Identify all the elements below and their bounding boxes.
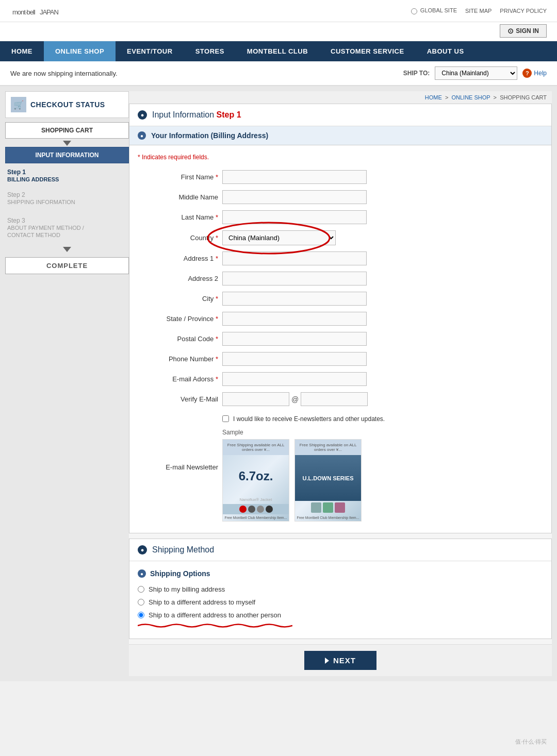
shipping-options-title: Shipping Options [150, 569, 210, 578]
verify-email-input-right[interactable] [301, 392, 368, 406]
breadcrumb-online-shop[interactable]: ONLINE SHOP [451, 94, 490, 100]
country-wrapper: China (Mainland) Japan United States Aus… [222, 230, 336, 245]
checkout-icon: 🛒 [11, 97, 26, 112]
shipping-dot: ● [138, 545, 147, 555]
site-map-link[interactable]: SITE MAP [465, 8, 492, 14]
nav-stores[interactable]: STORES [184, 41, 236, 61]
sidebar-divider-2 [5, 246, 129, 253]
shipping-radio-3[interactable] [138, 612, 144, 618]
first-name-label: First Name * [138, 167, 220, 187]
step-3-label: Step 3 ABOUT PAYMENT METHOD / CONTACT ME… [7, 214, 127, 242]
main-container: 🛒 CHECKOUT STATUS SHOPPING CART INPUT IN… [0, 86, 557, 681]
section-header: ● Input Information Step 1 [129, 104, 551, 126]
verify-email-label: Verify E-Mail [138, 389, 220, 409]
input-information-panel: ● Input Information Step 1 ● Your Inform… [129, 104, 552, 533]
breadcrumb-home[interactable]: HOME [425, 94, 442, 100]
nav-home[interactable]: HOME [0, 41, 44, 61]
verify-email-row: @ [222, 392, 541, 406]
phone-input[interactable] [222, 352, 367, 366]
squiggle-annotation [138, 623, 292, 629]
country-label: Country * [138, 227, 220, 248]
city-label: City * [138, 289, 220, 309]
table-row: First Name * [138, 167, 543, 187]
shipping-radio-1[interactable] [138, 586, 144, 593]
table-row: Postal Code * [138, 329, 543, 349]
section-dot: ● [138, 110, 147, 120]
table-row: Country * China (Mainland) Japan United … [138, 227, 543, 248]
address1-input[interactable] [222, 251, 367, 265]
table-row: Address 1 * [138, 248, 543, 268]
state-input[interactable] [222, 312, 367, 326]
breadcrumb: HOME > ONLINE SHOP > SHOPPING CART [129, 91, 552, 104]
next-button[interactable]: NEXT [304, 651, 376, 670]
postal-label: Postal Code * [138, 329, 220, 349]
global-site-link[interactable]: GLOBAL SITE [411, 7, 457, 14]
checkout-status-header: 🛒 CHECKOUT STATUS [5, 91, 129, 118]
email-label: E-mail Adorss * [138, 369, 220, 389]
email-input[interactable] [222, 372, 367, 386]
sample-image-2: Free Shipping available on ALL orders ov… [294, 439, 362, 522]
shipping-sub-dot: ● [138, 569, 146, 578]
form-table: First Name * Middle Name Last Name * Cou… [138, 167, 543, 525]
sample-image-1: Free Shipping available on ALL orders ov… [222, 439, 289, 522]
sidebar-divider-1 [5, 140, 129, 147]
nav-online-shop[interactable]: ONLINE SHOP [44, 41, 116, 61]
shipping-option-3: Ship to a different address to another p… [138, 609, 543, 621]
privacy-policy-link[interactable]: PRIVACY POLICY [500, 8, 547, 14]
logo-region: JAPAN [40, 8, 58, 16]
postal-input[interactable] [222, 332, 367, 346]
sample-label: Sample [222, 429, 541, 436]
shopping-cart-button[interactable]: SHOPPING CART [5, 122, 129, 139]
checkout-status-title: CHECKOUT STATUS [30, 100, 105, 109]
required-note: * Indicates required fields. [138, 154, 543, 161]
middle-name-label: Middle Name [138, 187, 220, 207]
nav-montbell-club[interactable]: MONTBELL CLUB [236, 41, 319, 61]
next-arrow-icon [325, 658, 329, 664]
input-information-button[interactable]: INPUT INFORMATION [5, 147, 129, 163]
table-row: Last Name * [138, 207, 543, 227]
form-body: * Indicates required fields. First Name … [129, 145, 551, 533]
state-label: State / Province * [138, 309, 220, 329]
address2-input[interactable] [222, 272, 367, 285]
sub-section-title: Your Information (Billing Address) [151, 131, 268, 140]
nav-about-us[interactable]: ABOUT US [416, 41, 476, 61]
nav-event-tour[interactable]: EVENT/TOUR [116, 41, 184, 61]
shipping-method-panel: ● Shipping Method ● Shipping Options Shi… [129, 539, 552, 639]
table-row: Middle Name [138, 187, 543, 207]
step-1-label: Step 1 BILLING ADDRESS [7, 169, 127, 183]
first-name-input[interactable] [222, 170, 367, 184]
verify-email-input-left[interactable] [222, 392, 289, 406]
city-input[interactable] [222, 292, 367, 306]
country-select[interactable]: China (Mainland) Japan United States Aus… [222, 230, 336, 245]
newsletter-label: E-mail Newsletter [138, 409, 220, 525]
table-row: State / Province * [138, 309, 543, 329]
table-row: Address 2 [138, 268, 543, 289]
table-row: E-mail Adorss * [138, 369, 543, 389]
newsletter-row: I would like to receive E-newsletters an… [222, 412, 541, 426]
sub-section-header: ● Your Information (Billing Address) [129, 126, 551, 145]
step-highlight: Step 1 [217, 110, 241, 119]
shipping-radio-2[interactable] [138, 599, 144, 606]
last-name-input[interactable] [222, 210, 367, 224]
steps-section: Step 1 BILLING ADDRESS Step 2 SHIPPING I… [5, 164, 129, 246]
newsletter-text: I would like to receive E-newsletters an… [233, 415, 385, 423]
logo: mont·bell JAPAN [10, 4, 58, 18]
signin-button[interactable]: ⊙ SIGN IN [500, 24, 547, 38]
top-links: GLOBAL SITE SITE MAP PRIVACY POLICY [411, 7, 547, 14]
table-row: Phone Number * [138, 349, 543, 369]
table-row: Verify E-Mail @ [138, 389, 543, 409]
ship-to-select[interactable]: China (Mainland) Japan United States [435, 66, 517, 80]
address2-label: Address 2 [138, 268, 220, 289]
at-sign: @ [291, 395, 299, 404]
middle-name-input[interactable] [222, 190, 367, 204]
main-nav: HOME ONLINE SHOP EVENT/TOUR STORES MONTB… [0, 41, 557, 61]
sub-dot: ● [138, 131, 146, 140]
help-button[interactable]: ? Help [522, 69, 547, 78]
complete-button[interactable]: COMPLETE [5, 257, 129, 274]
signin-row: ⊙ SIGN IN [0, 22, 557, 41]
newsletter-checkbox[interactable] [222, 415, 229, 422]
section-title: Input Information Step 1 [152, 110, 241, 120]
shipping-options: ● Shipping Options Ship to my billing ad… [129, 561, 551, 639]
nav-customer-service[interactable]: CUSTOMER SERVICE [319, 41, 416, 61]
last-name-label: Last Name * [138, 207, 220, 227]
